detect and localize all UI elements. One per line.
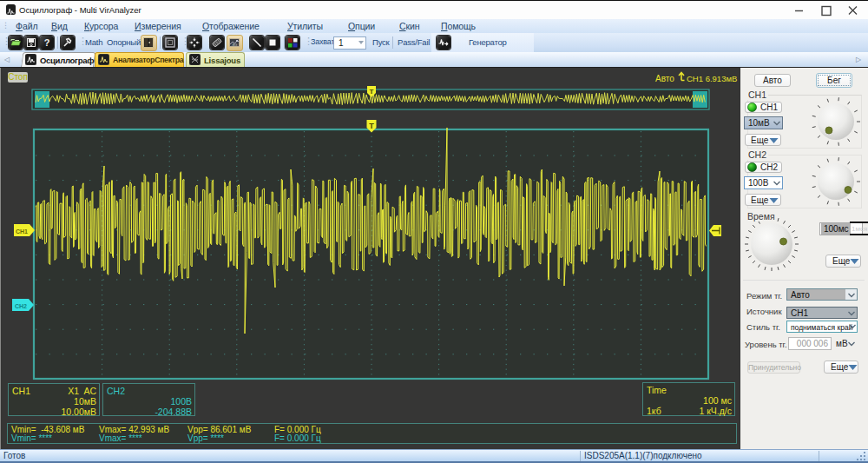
svg-text:CH1: CH1	[16, 228, 28, 235]
svg-text:T: T	[369, 122, 374, 130]
svg-text:CH2: CH2	[15, 303, 27, 309]
svg-text:.BG: .BG	[232, 43, 238, 47]
svg-text:T: T	[370, 88, 374, 96]
